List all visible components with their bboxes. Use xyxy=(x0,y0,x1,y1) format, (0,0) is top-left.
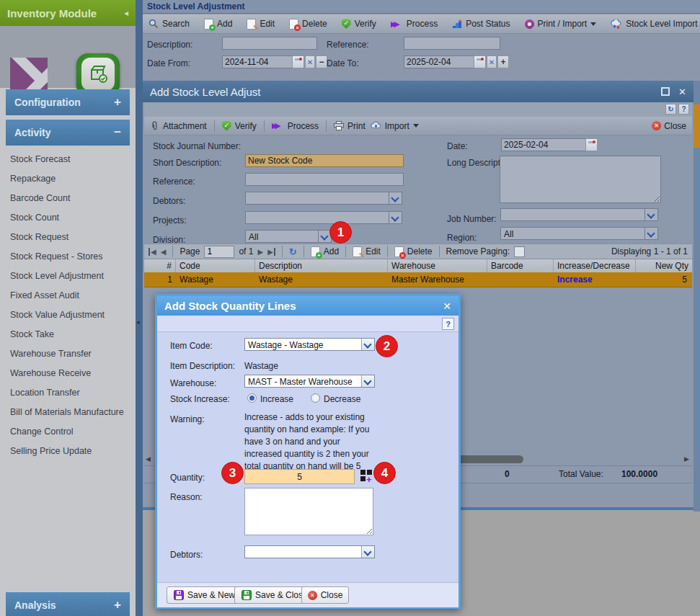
sidebar-item-fixed-asset-audit[interactable]: Fixed Asset Audit xyxy=(6,286,130,305)
sidebar-section-configuration[interactable]: Configuration + xyxy=(6,89,130,115)
date-to-clear-icon[interactable]: ✕ xyxy=(487,55,497,68)
sidebar-item-stock-request[interactable]: Stock Request xyxy=(6,228,130,247)
reference-input[interactable] xyxy=(245,173,404,186)
date-to-calendar-icon[interactable] xyxy=(474,55,486,68)
date-from-minus-button[interactable]: − xyxy=(316,55,327,68)
column-header-new-qty[interactable]: New Qty xyxy=(636,259,692,272)
help-icon[interactable]: ? xyxy=(442,318,454,330)
first-page-icon[interactable]: ◀ xyxy=(149,248,156,256)
page-number-input[interactable] xyxy=(204,246,234,258)
import-button[interactable]: Import xyxy=(371,121,419,131)
debtors-select[interactable] xyxy=(245,192,402,205)
grid-add-button[interactable]: + Add xyxy=(311,246,339,257)
short-description-input[interactable] xyxy=(245,154,404,167)
job-number-select[interactable] xyxy=(500,208,658,221)
dialog-titlebar[interactable]: Add Stock Quantity Lines ✕ xyxy=(155,294,461,316)
decrease-radio[interactable] xyxy=(311,393,320,403)
save-and-new-button[interactable]: Save & New xyxy=(167,586,242,604)
displaying-status: Displaying 1 - 1 of 1 xyxy=(611,246,688,256)
next-page-icon[interactable]: ▶ xyxy=(257,248,263,256)
sidebar-item-stock-request-stores[interactable]: Stock Request - Stores xyxy=(6,247,130,267)
sidebar-item-stock-count[interactable]: Stock Count xyxy=(6,208,130,228)
date-from-calendar-icon[interactable] xyxy=(292,55,304,68)
scroll-left-icon[interactable]: ◀ xyxy=(146,455,151,463)
increase-radio[interactable] xyxy=(247,393,257,403)
region-value: All xyxy=(504,229,513,239)
date-to-input[interactable] xyxy=(404,55,474,68)
post-status-button[interactable]: Post Status xyxy=(452,19,510,29)
search-button[interactable]: Search xyxy=(149,19,190,29)
collapse-arrow-icon[interactable]: ◂ xyxy=(124,8,128,18)
reference-filter-input[interactable] xyxy=(404,37,500,50)
column-header-increase-decrease[interactable]: Increase/Decrease xyxy=(554,259,636,272)
verify-button[interactable]: ✓ Verify xyxy=(222,121,257,131)
warehouse-select[interactable]: MAST - Master Warehouse xyxy=(244,375,375,388)
projects-select[interactable] xyxy=(245,211,402,224)
add-button[interactable]: + Add xyxy=(204,19,232,30)
quantity-lookup-icon[interactable]: + xyxy=(360,470,373,482)
refresh-grid-icon[interactable]: ↻ xyxy=(289,246,297,257)
stock-level-import-export-button[interactable]: Stock Level Import / Export xyxy=(611,19,700,29)
sidebar-item-stock-value-adjustment[interactable]: Stock Value Adjustment xyxy=(6,305,130,325)
division-select[interactable]: All xyxy=(245,230,332,243)
cell-warehouse: Master Warehouse xyxy=(388,272,487,287)
alert-edge-strip xyxy=(693,104,700,148)
sidebar-item-stock-forecast[interactable]: Stock Forecast xyxy=(6,150,130,169)
sidebar-section-analysis[interactable]: Analysis + xyxy=(6,592,130,616)
sidebar-item-change-control[interactable]: Change Control xyxy=(6,422,130,442)
module-header[interactable]: Inventory Module ◂ xyxy=(0,0,136,26)
grid-delete-button[interactable]: ✕ Delete xyxy=(394,246,433,257)
sidebar-section-activity[interactable]: Activity − xyxy=(6,120,130,146)
attachment-button[interactable]: Attachment xyxy=(150,121,207,131)
close-icon[interactable]: ✕ xyxy=(443,300,451,312)
debtors-select[interactable] xyxy=(244,545,375,558)
date-from-input[interactable] xyxy=(222,55,293,68)
grid-edit-button[interactable]: ✎ Edit xyxy=(353,246,381,257)
window-titlebar[interactable]: Add Stock Level Adjust ✕ xyxy=(143,81,694,102)
description-filter-input[interactable] xyxy=(222,37,317,50)
prev-page-icon[interactable]: ◀ xyxy=(161,248,167,256)
long-description-textarea[interactable] xyxy=(500,156,661,203)
item-code-select[interactable]: Wastage - Wastage xyxy=(244,338,375,351)
column-header-code[interactable]: Code xyxy=(176,259,255,272)
close-button[interactable]: ✕ Close xyxy=(301,586,349,604)
date-input[interactable] xyxy=(501,138,586,151)
date-calendar-icon[interactable] xyxy=(585,138,598,151)
sidebar-item-warehouse-transfer[interactable]: Warehouse Transfer xyxy=(6,344,130,364)
column-header-description[interactable]: Description xyxy=(255,259,388,272)
close-icon[interactable]: ✕ xyxy=(678,86,686,97)
print-import-button[interactable]: Print / Import xyxy=(525,19,597,29)
process-button[interactable]: ▶▶ Process xyxy=(272,121,319,131)
refresh-icon[interactable]: ↻ xyxy=(665,104,676,115)
sidebar-item-bill-of-materials-manufacture[interactable]: Bill of Materials Manufacture xyxy=(6,403,130,422)
column-header-warehouse[interactable]: Warehouse xyxy=(388,259,487,272)
sidebar-item-stock-take[interactable]: Stock Take xyxy=(6,325,130,344)
sidebar-item-repackage[interactable]: Repackage xyxy=(6,169,130,189)
maximize-icon[interactable] xyxy=(661,87,670,96)
region-select[interactable]: All xyxy=(500,227,658,240)
column-header-num[interactable]: # xyxy=(144,259,176,272)
process-button[interactable]: ▶▶ Process xyxy=(391,19,438,29)
edit-button[interactable]: ✎ Edit xyxy=(247,19,275,30)
date-from-clear-icon[interactable]: ✕ xyxy=(305,55,315,68)
help-icon[interactable]: ? xyxy=(678,104,689,115)
print-button[interactable]: Print xyxy=(334,121,365,131)
sidebar-item-stock-level-adjustment[interactable]: Stock Level Adjustment xyxy=(6,267,130,286)
scroll-right-icon[interactable]: ▶ xyxy=(684,455,689,463)
reason-textarea[interactable] xyxy=(244,488,373,535)
column-header-barcode[interactable]: Barcode xyxy=(487,259,554,272)
delete-button[interactable]: ✕ Delete xyxy=(289,19,327,30)
sidebar-item-location-transfer[interactable]: Location Transfer xyxy=(6,383,130,403)
sidebar-item-warehouse-receive[interactable]: Warehouse Receive xyxy=(6,364,130,383)
last-page-icon[interactable]: ▶ xyxy=(267,248,275,256)
verify-button[interactable]: ✓ Verify xyxy=(342,19,376,29)
sidebar-item-barcode-count[interactable]: Barcode Count xyxy=(6,189,130,208)
window-close-button[interactable]: ✕ Close xyxy=(652,121,686,131)
grid-row-selected[interactable]: 1 Wastage Wastage Master Warehouse Incre… xyxy=(144,272,692,287)
remove-paging-checkbox[interactable] xyxy=(514,246,525,257)
quantity-input[interactable] xyxy=(244,469,355,484)
sidebar-item-selling-price-update[interactable]: Selling Price Update xyxy=(6,442,130,461)
sidebar-splitter[interactable]: ◂ xyxy=(136,0,143,616)
date-to-plus-button[interactable]: + xyxy=(497,55,509,68)
splitter-collapse-icon[interactable]: ◂ xyxy=(136,318,140,326)
